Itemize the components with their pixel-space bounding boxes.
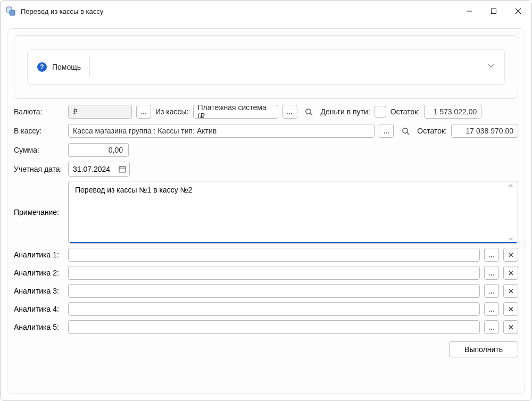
label-to-cash: В кассу: xyxy=(14,127,64,135)
minimize-button[interactable] xyxy=(457,3,481,20)
analytics-2-clear-button[interactable]: ✕ xyxy=(503,266,518,280)
currency-field[interactable]: ₽ xyxy=(68,105,132,119)
row-analytics-3: Аналитика 3: ... ✕ xyxy=(14,284,518,298)
label-from-cash: Из кассы: xyxy=(155,107,189,116)
row-analytics-2: Аналитика 2: ... ✕ xyxy=(14,266,518,280)
help-label: Помощь xyxy=(52,63,81,71)
chevron-down-icon xyxy=(487,62,495,72)
analytics-3-input[interactable] xyxy=(68,284,480,298)
note-scrollbar[interactable] xyxy=(508,183,516,241)
label-analytics-2: Аналитика 2: xyxy=(14,269,64,277)
svg-line-9 xyxy=(407,132,409,135)
analytics-5-picker-button[interactable]: ... xyxy=(484,320,499,334)
analytics-5-input[interactable] xyxy=(68,320,480,334)
row-execute: Выполнить xyxy=(14,341,518,357)
svg-rect-10 xyxy=(119,166,126,172)
help-icon: ? xyxy=(37,62,47,72)
help-card[interactable]: ? Помощь xyxy=(27,49,505,85)
in-transit-checkbox[interactable] xyxy=(375,106,386,118)
row-note: Примечание: xyxy=(14,181,518,244)
from-cash-search-button[interactable] xyxy=(302,105,317,119)
currency-picker-button[interactable]: ... xyxy=(136,105,151,119)
row-sum: Сумма: xyxy=(14,143,518,157)
analytics-5-clear-button[interactable]: ✕ xyxy=(503,320,518,334)
label-sum: Сумма: xyxy=(14,146,64,154)
label-in-transit: Деньги в пути: xyxy=(321,107,370,116)
balance-from-field: 1 573 022,00 xyxy=(424,105,481,119)
client-area: ? Помощь Валюта: ₽ ... Из кассы: Платеж xyxy=(1,22,531,400)
svg-point-8 xyxy=(403,128,408,132)
app-window: Перевод из кассы в кассу ? Помощь xyxy=(0,0,532,401)
label-analytics-4: Аналитика 4: xyxy=(14,305,64,313)
label-analytics-1: Аналитика 1: xyxy=(14,250,64,259)
label-analytics-5: Аналитика 5: xyxy=(14,323,64,331)
label-balance-to: Остаток: xyxy=(417,127,447,135)
help-separator xyxy=(89,57,90,77)
accounting-date-input[interactable] xyxy=(69,165,115,173)
from-cash-field[interactable]: Платежная система (₽ xyxy=(193,105,278,119)
balance-to-field: 17 038 970,00 xyxy=(451,124,518,138)
svg-line-7 xyxy=(310,113,312,115)
row-to: В кассу: Касса магазина группа : Кассы т… xyxy=(14,123,518,138)
row-analytics-5: Аналитика 5: ... ✕ xyxy=(14,320,518,334)
analytics-4-picker-button[interactable]: ... xyxy=(484,302,499,316)
note-field[interactable] xyxy=(68,181,518,244)
close-button[interactable] xyxy=(506,3,530,20)
analytics-3-picker-button[interactable]: ... xyxy=(484,284,499,298)
note-textarea[interactable] xyxy=(74,185,507,240)
label-analytics-3: Аналитика 3: xyxy=(14,287,64,295)
help-section: ? Помощь xyxy=(14,35,518,99)
search-icon xyxy=(402,127,410,135)
to-cash-field[interactable]: Касса магазина группа : Кассы тип: Актив xyxy=(68,124,375,138)
to-cash-picker-button[interactable]: ... xyxy=(379,124,394,138)
calendar-button[interactable] xyxy=(115,162,129,176)
form: Валюта: ₽ ... Из кассы: Платежная систем… xyxy=(14,104,518,357)
svg-rect-1 xyxy=(10,10,15,15)
execute-button[interactable]: Выполнить xyxy=(449,341,518,357)
accounting-date-field[interactable] xyxy=(68,162,130,177)
row-analytics-1: Аналитика 1: ... ✕ xyxy=(14,248,518,262)
analytics-3-clear-button[interactable]: ✕ xyxy=(503,284,518,298)
window-title: Перевод из кассы в кассу xyxy=(21,7,457,15)
calendar-icon xyxy=(119,165,126,173)
maximize-button[interactable] xyxy=(481,3,506,20)
row-from: Валюта: ₽ ... Из кассы: Платежная систем… xyxy=(14,104,518,119)
main-panel: ? Помощь Валюта: ₽ ... Из кассы: Платеж xyxy=(7,28,525,394)
analytics-4-clear-button[interactable]: ✕ xyxy=(503,302,518,316)
analytics-1-input[interactable] xyxy=(68,248,480,262)
analytics-2-input[interactable] xyxy=(68,266,480,280)
sum-input[interactable] xyxy=(68,143,129,157)
app-icon xyxy=(6,6,15,16)
label-balance-from: Остаток: xyxy=(390,107,420,116)
label-accounting-date: Учетная дата: xyxy=(14,165,64,173)
row-analytics-4: Аналитика 4: ... ✕ xyxy=(14,302,518,316)
to-cash-search-button[interactable] xyxy=(398,124,413,138)
from-cash-picker-button[interactable]: ... xyxy=(282,105,297,119)
row-date: Учетная дата: xyxy=(14,162,518,177)
analytics-2-picker-button[interactable]: ... xyxy=(484,266,499,280)
note-focus-underline xyxy=(70,242,517,243)
analytics-1-clear-button[interactable]: ✕ xyxy=(503,248,518,262)
analytics-1-picker-button[interactable]: ... xyxy=(484,248,499,262)
analytics-4-input[interactable] xyxy=(68,302,480,316)
titlebar: Перевод из кассы в кассу xyxy=(1,1,531,22)
svg-point-6 xyxy=(306,108,311,113)
label-currency: Валюта: xyxy=(14,107,64,116)
label-note: Примечание: xyxy=(14,208,64,216)
svg-rect-3 xyxy=(492,9,496,14)
scroll-down-icon xyxy=(508,238,513,241)
search-icon xyxy=(305,108,313,116)
scroll-up-icon xyxy=(508,183,513,187)
